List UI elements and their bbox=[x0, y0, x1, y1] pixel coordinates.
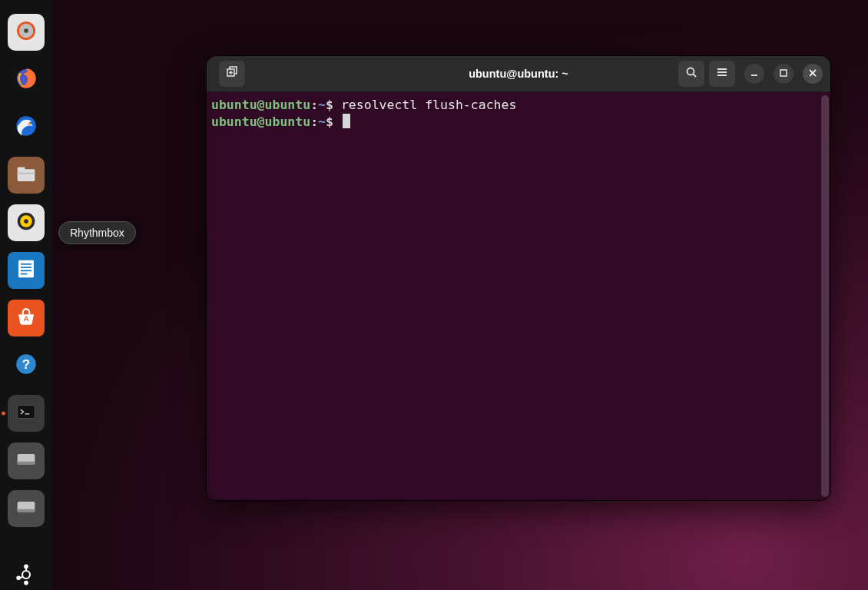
help-icon: ? bbox=[13, 351, 39, 380]
text-cursor bbox=[343, 114, 350, 128]
dock-files[interactable] bbox=[8, 157, 45, 194]
dock-tooltip: Rhythmbox bbox=[58, 221, 136, 244]
svg-rect-5 bbox=[18, 169, 35, 181]
terminal-titlebar[interactable]: ubuntu@ubuntu: ~ bbox=[207, 56, 830, 92]
dock-thunderbird[interactable] bbox=[8, 109, 45, 146]
search-icon bbox=[685, 66, 697, 81]
prompt-path: ~ bbox=[318, 114, 326, 129]
svg-point-4 bbox=[28, 122, 31, 124]
terminal-scrollbar[interactable] bbox=[821, 95, 829, 497]
thunderbird-icon bbox=[13, 113, 39, 142]
close-button[interactable] bbox=[803, 64, 823, 84]
terminal-line: ubuntu@ubuntu:~$ resolvectl flush-caches bbox=[211, 97, 823, 114]
ubuntu-software-icon: A bbox=[13, 303, 39, 333]
svg-rect-6 bbox=[18, 167, 25, 171]
svg-rect-38 bbox=[780, 70, 787, 76]
svg-point-26 bbox=[24, 565, 28, 569]
dock-terminal[interactable] bbox=[8, 395, 45, 432]
terminal-icon bbox=[13, 399, 39, 428]
prompt-dollar: $ bbox=[326, 114, 341, 129]
disk-2-icon bbox=[13, 494, 39, 523]
prompt-path: ~ bbox=[318, 98, 326, 112]
new-tab-icon bbox=[226, 66, 238, 81]
dock-disk-2[interactable] bbox=[8, 490, 45, 527]
dock-software[interactable]: A bbox=[8, 300, 45, 336]
svg-rect-15 bbox=[21, 273, 27, 275]
svg-rect-7 bbox=[18, 173, 35, 174]
prompt-user: ubuntu@ubuntu bbox=[211, 98, 310, 112]
svg-rect-19 bbox=[18, 406, 35, 419]
prompt-dollar: $ bbox=[326, 98, 341, 112]
rhythmbox-icon bbox=[13, 208, 39, 237]
svg-rect-12 bbox=[21, 264, 31, 265]
new-tab-button[interactable] bbox=[219, 61, 245, 87]
minimize-icon bbox=[750, 67, 759, 81]
svg-text:A: A bbox=[23, 314, 28, 323]
disk-1-icon bbox=[13, 446, 39, 476]
dock-firefox[interactable] bbox=[8, 61, 45, 98]
maximize-button[interactable] bbox=[774, 64, 793, 84]
svg-rect-11 bbox=[18, 260, 34, 278]
firefox-icon bbox=[13, 65, 39, 94]
svg-rect-24 bbox=[18, 509, 35, 512]
close-icon bbox=[808, 67, 817, 81]
disk-utility-icon bbox=[13, 18, 39, 47]
svg-point-28 bbox=[16, 575, 21, 580]
svg-rect-22 bbox=[18, 462, 35, 465]
search-button[interactable] bbox=[678, 61, 704, 87]
hamburger-icon bbox=[716, 66, 728, 81]
svg-text:?: ? bbox=[22, 357, 30, 372]
dock-help[interactable]: ? bbox=[8, 347, 45, 384]
terminal-line: ubuntu@ubuntu:~$ bbox=[211, 114, 823, 131]
terminal-body[interactable]: ubuntu@ubuntu:~$ resolvectl flush-caches… bbox=[207, 92, 830, 500]
dock-disk-1[interactable] bbox=[8, 442, 45, 479]
svg-point-27 bbox=[24, 581, 28, 585]
prompt-sep: : bbox=[310, 114, 318, 129]
dock-disk-utility[interactable] bbox=[8, 14, 45, 51]
libreoffice-writer-icon bbox=[13, 256, 39, 285]
svg-point-32 bbox=[687, 68, 694, 75]
menu-button[interactable] bbox=[709, 61, 735, 87]
files-icon bbox=[13, 161, 39, 190]
svg-rect-13 bbox=[21, 267, 31, 268]
prompt-sep: : bbox=[310, 98, 318, 112]
svg-point-10 bbox=[24, 219, 28, 224]
svg-point-1 bbox=[24, 28, 28, 33]
svg-rect-14 bbox=[21, 270, 31, 271]
show-apps-icon bbox=[13, 562, 39, 590]
dock-show-apps[interactable] bbox=[8, 558, 45, 590]
dock-writer[interactable] bbox=[8, 252, 45, 289]
terminal-window[interactable]: ubuntu@ubuntu: ~ bbox=[206, 55, 831, 501]
svg-line-33 bbox=[694, 75, 697, 78]
dock-rhythmbox[interactable] bbox=[8, 204, 45, 241]
dock: A ? bbox=[0, 0, 52, 590]
svg-line-30 bbox=[20, 577, 23, 578]
command-text: resolvectl flush-caches bbox=[341, 98, 516, 112]
maximize-icon bbox=[779, 67, 788, 81]
prompt-user: ubuntu@ubuntu bbox=[211, 114, 310, 129]
svg-point-25 bbox=[22, 571, 30, 578]
minimize-button[interactable] bbox=[744, 64, 764, 84]
